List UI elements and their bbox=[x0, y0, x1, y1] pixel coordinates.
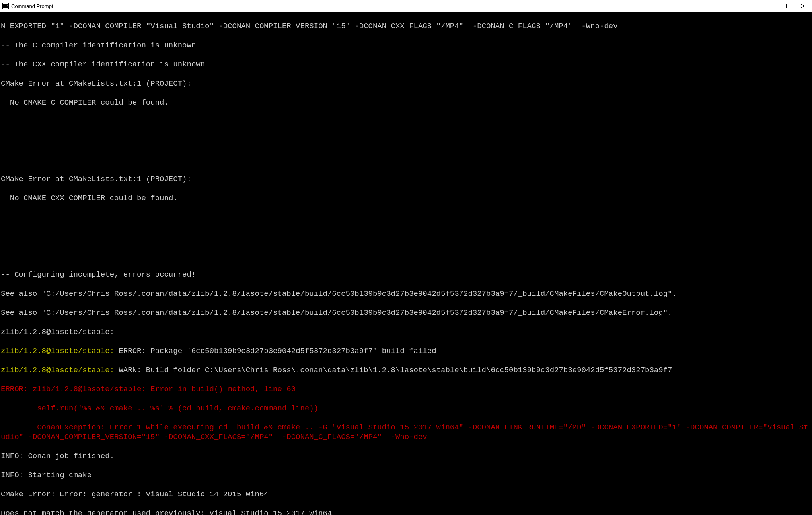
output-blank bbox=[1, 117, 811, 127]
package-prefix: zlib/1.2.8@lasote/stable: bbox=[1, 347, 119, 355]
output-line: -- The CXX compiler identification is un… bbox=[1, 60, 811, 69]
output-line: zlib/1.2.8@lasote/stable: WARN: Build fo… bbox=[1, 365, 811, 375]
terminal-output[interactable]: N_EXPORTED="1" -DCONAN_COMPILER="Visual … bbox=[0, 12, 812, 515]
output-error-line: self.run('%s && cmake .. %s' % (cd_build… bbox=[1, 404, 811, 413]
maximize-button[interactable] bbox=[775, 0, 794, 12]
output-line: zlib/1.2.8@lasote/stable: ERROR: Package… bbox=[1, 346, 811, 356]
output-line: -- Configuring incomplete, errors occurr… bbox=[1, 270, 811, 279]
output-line: CMake Error at CMakeLists.txt:1 (PROJECT… bbox=[1, 79, 811, 88]
output-line: INFO: Starting cmake bbox=[1, 470, 811, 480]
command-prompt-window: C:\ Command Prompt N_EXPORTED="1" -DCONA… bbox=[0, 0, 812, 515]
output-line: INFO: Conan job finished. bbox=[1, 451, 811, 461]
command-prompt-icon: C:\ bbox=[2, 3, 9, 9]
output-blank bbox=[1, 213, 811, 222]
output-line: See also "C:/Users/Chris Ross/.conan/dat… bbox=[1, 308, 811, 318]
output-line: zlib/1.2.8@lasote/stable: bbox=[1, 327, 811, 337]
output-line: See also "C:/Users/Chris Ross/.conan/dat… bbox=[1, 289, 811, 298]
output-line: N_EXPORTED="1" -DCONAN_COMPILER="Visual … bbox=[1, 21, 811, 31]
output-line: No CMAKE_C_COMPILER could be found. bbox=[1, 98, 811, 107]
close-button[interactable] bbox=[794, 0, 812, 12]
output-line: No CMAKE_CXX_COMPILER could be found. bbox=[1, 193, 811, 203]
output-blank bbox=[1, 155, 811, 165]
titlebar[interactable]: C:\ Command Prompt bbox=[0, 0, 812, 12]
output-line: -- The C compiler identification is unkn… bbox=[1, 41, 811, 50]
output-error-line: ConanException: Error 1 while executing … bbox=[1, 423, 811, 442]
minimize-button[interactable] bbox=[757, 0, 775, 12]
output-blank bbox=[1, 136, 811, 146]
output-line: CMake Error at CMakeLists.txt:1 (PROJECT… bbox=[1, 174, 811, 184]
output-line: Does not match the generator used previo… bbox=[1, 509, 811, 515]
window-title: Command Prompt bbox=[11, 3, 53, 9]
output-error-line: ERROR: zlib/1.2.8@lasote/stable: Error i… bbox=[1, 384, 811, 394]
output-blank bbox=[1, 251, 811, 260]
output-line: CMake Error: Error: generator : Visual S… bbox=[1, 490, 811, 499]
svg-text:C:\: C:\ bbox=[4, 4, 8, 8]
output-blank bbox=[1, 232, 811, 241]
package-prefix: zlib/1.2.8@lasote/stable: bbox=[1, 366, 119, 375]
output-text: ERROR: Package '6cc50b139b9c3d27b3e9042d… bbox=[119, 347, 436, 355]
output-text: WARN: Build folder C:\Users\Chris Ross\.… bbox=[119, 366, 672, 375]
svg-rect-5 bbox=[783, 4, 787, 8]
